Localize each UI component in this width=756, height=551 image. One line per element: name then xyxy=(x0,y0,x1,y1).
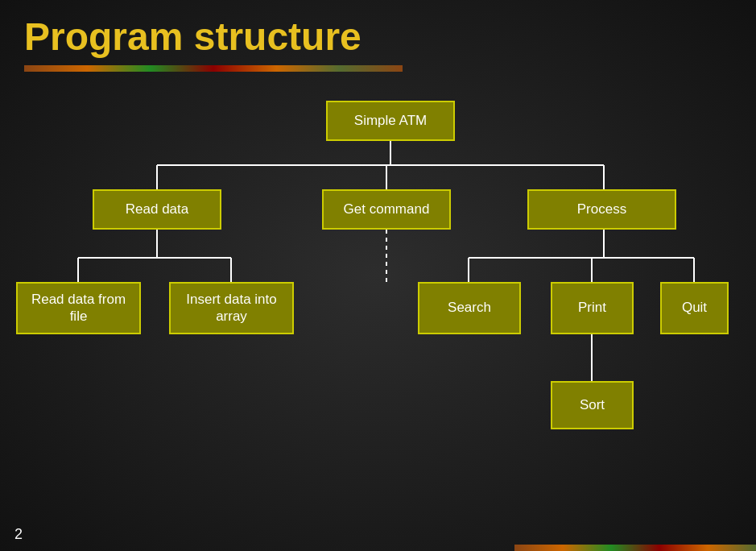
node-print: Print xyxy=(551,282,634,334)
slide-title: Program structure xyxy=(0,0,756,59)
page-number: 2 xyxy=(14,526,23,543)
bottom-decorative-bar xyxy=(514,545,756,551)
node-simple-atm: Simple ATM xyxy=(326,101,455,141)
title-underline xyxy=(24,65,403,72)
node-read-data-from-file: Read data from file xyxy=(16,282,141,334)
node-quit: Quit xyxy=(660,282,729,334)
node-get-command: Get command xyxy=(322,189,451,230)
node-read-data: Read data xyxy=(93,189,221,230)
node-insert-data-into-array: Insert data into array xyxy=(169,282,294,334)
slide: Program structure xyxy=(0,0,756,551)
diagram-area: Simple ATM Read data Get command Process… xyxy=(0,93,756,527)
node-process: Process xyxy=(527,189,676,230)
node-search: Search xyxy=(418,282,521,334)
node-sort: Sort xyxy=(551,381,634,429)
